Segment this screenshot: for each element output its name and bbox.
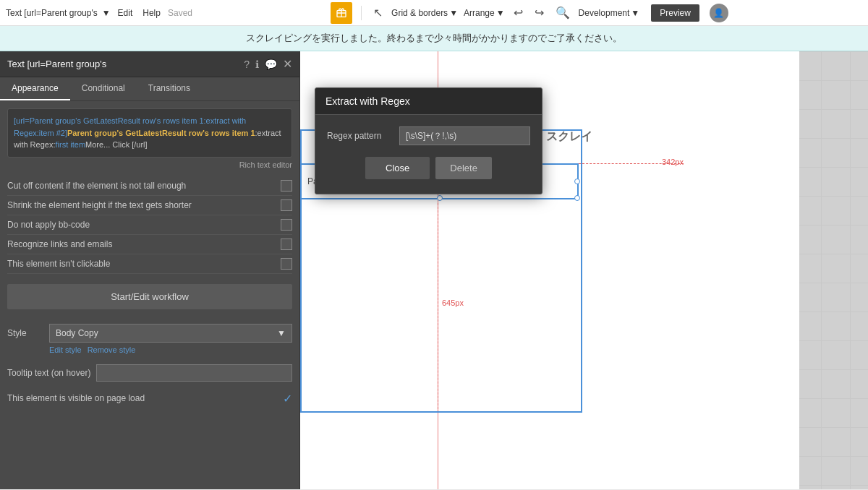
dim-line-vertical (438, 203, 438, 413)
dim-horizontal-value: 342px (662, 158, 684, 166)
left-panel: Text [url=Parent group's ? ℹ 💬 ✕ Appeara… (0, 51, 300, 489)
richtext-more: More... Click [/url] (85, 140, 148, 149)
handle-bottomright[interactable] (574, 195, 580, 201)
dim-label-vertical: 645px (442, 297, 464, 308)
setting-row-3: Do not apply bb-code (7, 215, 292, 235)
tooltip-label: Tooltip text (on hover) (7, 368, 90, 378)
setting-row-2: Shrink the element height if the text ge… (7, 196, 292, 215)
close-icon[interactable]: ✕ (283, 57, 292, 71)
richtext-editor-label[interactable]: Rich text editor (7, 160, 292, 169)
richtext-link2: first item (55, 140, 85, 149)
tab-appearance[interactable]: Appearance (0, 77, 70, 100)
notification-bar: スクレイピングを実行しました。終わるまで少々時間がかかりますのでご了承ください。 (0, 26, 868, 51)
setting-label-3: Do not apply bb-code (7, 220, 281, 230)
modal-title: Extract with Regex (326, 95, 410, 107)
dim-label-horizontal: 342px (662, 156, 684, 167)
workflow-button[interactable]: Start/Edit workflow (7, 284, 292, 309)
richtext-bold: Parent group's GetLatestResult row's row… (67, 129, 255, 137)
preview-button[interactable]: Preview (651, 4, 699, 22)
user-avatar[interactable]: 👤 (710, 4, 728, 22)
setting-row-4: Recognize links and emails (7, 235, 292, 254)
canvas-area[interactable]: Parent group's GetLatestResult row's row… (300, 51, 868, 489)
cursor-tool[interactable]: ↖ (370, 4, 386, 21)
setting-row-5: This element isn't clickable (7, 254, 292, 274)
topbar-center: ↖ Grid & borders▼ Arrange▼ ↩ ↪ 🔍 Develop… (197, 2, 862, 24)
arrange-btn[interactable]: Arrange▼ (464, 8, 505, 18)
modal-header: Extract with Regex (315, 88, 542, 115)
tab-conditional[interactable]: Conditional (70, 77, 137, 100)
help-icon[interactable]: ? (244, 59, 250, 70)
setting-label-2: Shrink the element height if the text ge… (7, 200, 281, 210)
richtext-area[interactable]: [url=Parent group's GetLatestResult row'… (7, 108, 292, 158)
notification-text: スクレイピングを実行しました。終わるまで少々時間がかかりますのでご了承ください。 (246, 33, 622, 43)
modal-close-button[interactable]: Close (365, 157, 430, 179)
setting-label-5: This element isn't clickable (7, 259, 281, 269)
dim-vertical-value: 645px (442, 298, 464, 307)
modal-buttons: Close Delete (327, 157, 530, 182)
modal-delete-button[interactable]: Delete (435, 157, 492, 179)
topbar: Text [url=Parent group's ▼ Edit Help Sav… (0, 0, 868, 26)
gift-icon-button[interactable] (331, 2, 352, 24)
main-layout: Text [url=Parent group's ? ℹ 💬 ✕ Appeara… (0, 51, 868, 489)
handle-right[interactable] (574, 179, 580, 184)
visible-row: This element is visible on page load ✓ (7, 387, 292, 410)
extract-regex-modal: Extract with Regex Regex pattern Close D… (315, 87, 542, 194)
modal-regex-input[interactable] (399, 126, 530, 145)
grid-borders-btn[interactable]: Grid & borders▼ (391, 8, 458, 18)
setting-checkbox-3[interactable] (281, 219, 292, 231)
menu-edit[interactable]: Edit (118, 8, 133, 18)
title-dropdown-arrow[interactable]: ▼ (102, 8, 111, 18)
modal-body: Regex pattern Close Delete (315, 115, 542, 194)
saved-status: Saved (168, 8, 192, 18)
style-section: Style Body Copy ▼ Edit style Remove styl… (7, 317, 292, 358)
setting-checkbox-5[interactable] (281, 258, 292, 270)
style-dropdown-arrow: ▼ (277, 328, 286, 338)
chat-icon[interactable]: 💬 (265, 59, 277, 70)
setting-checkbox-1[interactable] (281, 180, 292, 192)
style-label: Style (7, 328, 43, 338)
panel-content: [url=Parent group's GetLatestResult row'… (0, 101, 299, 481)
visible-checkmark[interactable]: ✓ (283, 392, 292, 405)
setting-row-1: Cut off content if the element is not ta… (7, 176, 292, 196)
setting-checkbox-2[interactable] (281, 199, 292, 211)
edit-style-link[interactable]: Edit style (49, 345, 82, 354)
topbar-menu: Edit Help (118, 8, 161, 18)
panel-header: Text [url=Parent group's ? ℹ 💬 ✕ (0, 51, 299, 77)
modal-regex-label: Regex pattern (327, 131, 392, 141)
panel-icons: ? ℹ 💬 ✕ (244, 57, 292, 71)
info-icon[interactable]: ℹ (255, 59, 259, 70)
undo-btn[interactable]: ↩ (511, 4, 526, 21)
canvas-overlay-text: スクレイ (546, 129, 592, 145)
handle-bottom[interactable] (437, 195, 443, 201)
development-btn[interactable]: Development▼ (579, 8, 640, 18)
tab-transitions[interactable]: Transitions (137, 77, 202, 100)
remove-style-link[interactable]: Remove style (88, 345, 136, 354)
style-label-row: Style Body Copy ▼ (7, 321, 292, 345)
setting-label-4: Recognize links and emails (7, 239, 281, 249)
panel-tabs: Appearance Conditional Transitions (0, 77, 299, 101)
redo-btn[interactable]: ↪ (532, 4, 547, 21)
modal-regex-row: Regex pattern (327, 126, 530, 145)
search-btn[interactable]: 🔍 (553, 4, 573, 21)
style-dropdown-value: Body Copy (56, 328, 98, 338)
tooltip-input[interactable] (96, 364, 292, 382)
panel-title: Text [url=Parent group's (7, 59, 238, 69)
style-links: Edit style Remove style (49, 345, 292, 354)
topbar-title: Text [url=Parent group's (6, 8, 98, 18)
menu-help[interactable]: Help (142, 8, 161, 18)
style-dropdown[interactable]: Body Copy ▼ (49, 324, 292, 343)
setting-label-1: Cut off content if the element is not ta… (7, 181, 281, 191)
visible-label: This element is visible on page load (7, 393, 283, 403)
setting-checkbox-4[interactable] (281, 238, 292, 250)
tooltip-row: Tooltip text (on hover) (7, 358, 292, 387)
